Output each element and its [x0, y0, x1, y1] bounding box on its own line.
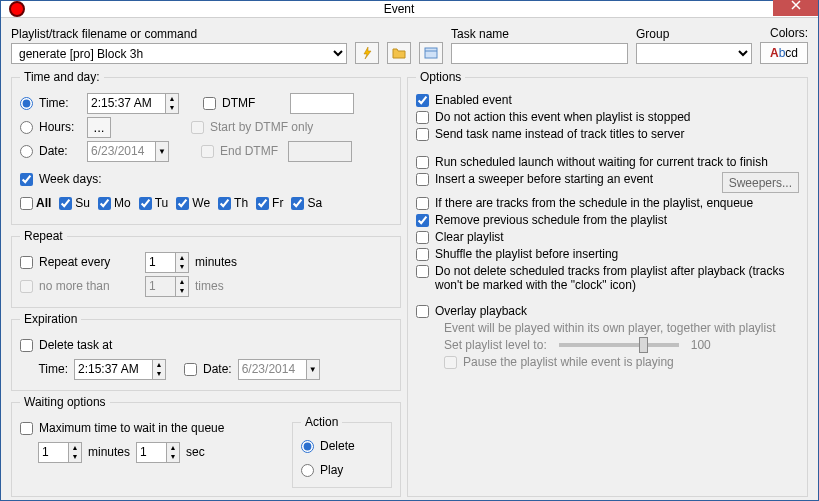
opt-runsched-label: Run scheduled launch without waiting for…: [435, 155, 768, 169]
close-button[interactable]: [773, 0, 818, 16]
level-slider: [559, 343, 679, 347]
exp-date-check[interactable]: [184, 363, 197, 376]
time-radio[interactable]: [20, 97, 33, 110]
wd-su-label: Su: [75, 196, 90, 210]
repeat-group: Repeat Repeat every ▲▼ minutes no more t…: [11, 229, 401, 308]
opt-enabled-check[interactable]: [416, 94, 429, 107]
opt-runsched-check[interactable]: [416, 156, 429, 169]
maxwait-check[interactable]: [20, 422, 33, 435]
repeat-every-unit: minutes: [195, 255, 237, 269]
delete-task-label: Delete task at: [39, 338, 112, 352]
filename-label: Playlist/track filename or command: [11, 27, 347, 41]
browse-button[interactable]: [387, 42, 411, 64]
date-dropdown[interactable]: ▼: [155, 141, 169, 162]
time-down[interactable]: ▼: [166, 103, 178, 113]
repeat-every-label: Repeat every: [39, 255, 139, 269]
taskname-input[interactable]: [451, 43, 628, 64]
wd-we-check[interactable]: [176, 197, 189, 210]
exp-time-up[interactable]: ▲: [153, 360, 165, 370]
hours-label: Hours:: [39, 120, 81, 134]
action-play-radio[interactable]: [301, 464, 314, 477]
action-delete-radio[interactable]: [301, 440, 314, 453]
wd-we-label: We: [192, 196, 210, 210]
time-and-day-group: Time and day: Time: ▲▼ DTMF: [11, 70, 401, 225]
delete-task-check[interactable]: [20, 339, 33, 352]
opt-removeprev-check[interactable]: [416, 214, 429, 227]
end-dtmf-check: [201, 145, 214, 158]
options-group: Options Enabled event Do not action this…: [407, 70, 808, 497]
event-dialog: Event Playlist/track filename or command…: [0, 0, 819, 501]
close-icon: [791, 0, 801, 10]
wait-sec-unit: sec: [186, 445, 205, 459]
opt-sweeper-label: Insert a sweeper before starting an even…: [435, 172, 716, 186]
wd-sa-label: Sa: [307, 196, 322, 210]
view-button[interactable]: [419, 42, 443, 64]
time-input[interactable]: [87, 93, 165, 114]
time-up[interactable]: ▲: [166, 94, 178, 104]
opt-nodel-check[interactable]: [416, 265, 429, 278]
wd-th-check[interactable]: [218, 197, 231, 210]
wd-su-check[interactable]: [59, 197, 72, 210]
date-radio[interactable]: [20, 145, 33, 158]
expiration-legend: Expiration: [20, 312, 81, 326]
opt-shuffle-check[interactable]: [416, 248, 429, 261]
opt-clear-check[interactable]: [416, 231, 429, 244]
nomore-up: ▲: [176, 277, 188, 287]
date-input[interactable]: [87, 141, 155, 162]
options-legend: Options: [416, 70, 465, 84]
wait-sec-up[interactable]: ▲: [167, 443, 179, 453]
weekdays-check[interactable]: [20, 173, 33, 186]
dtmf-check[interactable]: [203, 97, 216, 110]
wd-all-check[interactable]: [20, 197, 33, 210]
repeat-every-input[interactable]: [145, 252, 175, 273]
dtmf-input[interactable]: [290, 93, 354, 114]
nomore-label: no more than: [39, 279, 139, 293]
opt-noaction-check[interactable]: [416, 111, 429, 124]
exp-date-dropdown[interactable]: ▼: [306, 359, 320, 380]
top-row: Playlist/track filename or command gener…: [11, 26, 808, 64]
end-dtmf-input: [288, 141, 352, 162]
opt-sweeper-check[interactable]: [416, 173, 429, 186]
exp-time-down[interactable]: ▼: [153, 369, 165, 379]
filename-combo[interactable]: generate [pro] Block 3h: [11, 43, 347, 64]
taskname-label: Task name: [451, 27, 628, 41]
action-legend: Action: [301, 415, 342, 429]
wait-sec-down[interactable]: ▼: [167, 452, 179, 462]
opt-removeprev-label: Remove previous schedule from the playli…: [435, 213, 667, 227]
opt-enqueue-check[interactable]: [416, 197, 429, 210]
wd-fr-check[interactable]: [256, 197, 269, 210]
action-play-label: Play: [320, 463, 343, 477]
wait-min-up[interactable]: ▲: [69, 443, 81, 453]
exp-date-input[interactable]: [238, 359, 306, 380]
waiting-legend: Waiting options: [20, 395, 110, 409]
opt-overlay-check[interactable]: [416, 305, 429, 318]
exp-time-input[interactable]: [74, 359, 152, 380]
wait-sec-input[interactable]: [136, 442, 166, 463]
slider-thumb: [639, 337, 648, 353]
opt-sendtask-check[interactable]: [416, 128, 429, 141]
opt-overlay-label: Overlay playback: [435, 304, 527, 318]
sweepers-button: Sweepers...: [722, 172, 799, 193]
wd-all-label: All: [36, 196, 51, 210]
nomore-check: [20, 280, 33, 293]
nomore-input: [145, 276, 175, 297]
window-title: Event: [25, 2, 773, 16]
folder-icon: [392, 47, 406, 59]
hours-radio[interactable]: [20, 121, 33, 134]
repeat-every-up[interactable]: ▲: [176, 253, 188, 263]
wd-th-label: Th: [234, 196, 248, 210]
wd-mo-check[interactable]: [98, 197, 111, 210]
wd-sa-check[interactable]: [291, 197, 304, 210]
action-group: Action Delete Play: [292, 415, 392, 488]
wait-min-down[interactable]: ▼: [69, 452, 81, 462]
wait-min-input[interactable]: [38, 442, 68, 463]
repeat-every-check[interactable]: [20, 256, 33, 269]
wd-tu-check[interactable]: [139, 197, 152, 210]
maxwait-label: Maximum time to wait in the queue: [39, 421, 224, 435]
wizard-button[interactable]: [355, 42, 379, 64]
repeat-every-down[interactable]: ▼: [176, 262, 188, 272]
hours-button[interactable]: ...: [87, 117, 111, 138]
group-combo[interactable]: [636, 43, 752, 64]
colors-button[interactable]: Abcd: [760, 42, 808, 64]
action-delete-label: Delete: [320, 439, 355, 453]
